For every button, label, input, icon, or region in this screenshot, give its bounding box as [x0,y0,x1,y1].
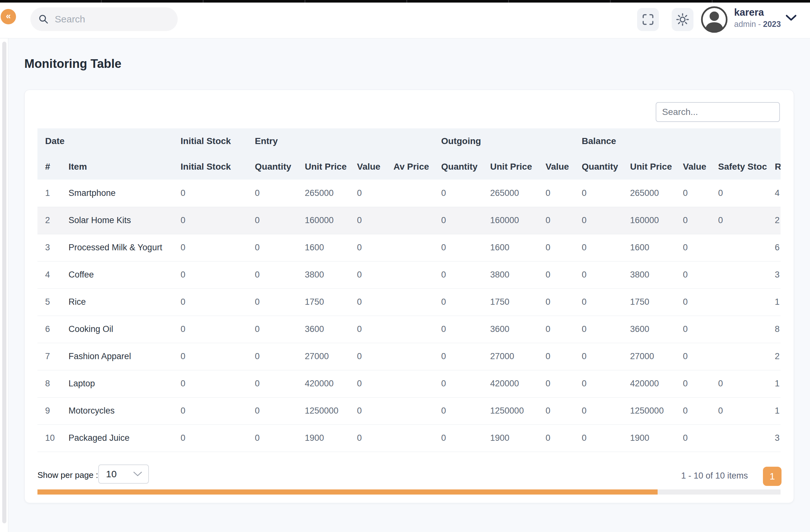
item-name-cell: Processed Milk & Yogurt [61,234,173,261]
item-name-cell: Laptop [61,370,173,397]
table-cell: 0 [574,397,622,424]
table-cell: 1900 [483,424,538,452]
fullscreen-button[interactable] [637,8,659,31]
table-cell: 265000 [622,180,675,207]
table-cell [710,343,767,370]
table-cell: 0 [173,234,247,261]
pagination-page-1-button[interactable]: 1 [763,467,781,486]
table-cell: 2 [37,207,61,234]
table-row[interactable]: 2Solar Home Kits001600000016000000160000… [37,207,780,234]
column-header: Av Price [386,154,434,180]
per-page-select[interactable]: 10 [98,465,149,484]
global-search-input[interactable] [55,14,170,25]
table-search-input[interactable] [656,102,780,122]
table-row[interactable]: 4Coffee00380000380000380003 [37,261,780,288]
table-cell: 0 [675,234,710,261]
table-cell: 1250000 [622,397,675,424]
table-cell: 0 [574,207,622,234]
table-cell: 8 [37,370,61,397]
horizontal-scrollbar-track[interactable] [37,489,780,495]
vertical-scrollbar[interactable] [2,42,6,523]
table-cell: 0 [434,288,483,316]
table-row[interactable]: 5Rice00175000175000175001 [37,288,780,316]
table-cell [386,180,434,207]
table-cell: 0 [247,234,297,261]
user-name: karera [734,7,781,18]
table-cell: 0 [349,343,386,370]
table-row[interactable]: 10Packaged Juice00190000190000190003 [37,424,780,452]
item-name-cell: Solar Home Kits [61,207,173,234]
table-cell: 0 [349,370,386,397]
item-name-cell: Rice [61,288,173,316]
column-header: Quantity [574,154,622,180]
column-header: Quantity [434,154,483,180]
table-cell: 0 [675,343,710,370]
column-header: Value [538,154,574,180]
table-cell: 0 [538,207,574,234]
page-title: Monitoring Table [24,57,122,71]
table-cell: 0 [173,343,247,370]
table-cell: 6 [767,234,780,261]
table-row[interactable]: 9Motorcycles0012500000012500000012500000… [37,397,780,424]
table-cell: 0 [173,180,247,207]
table-cell: 0 [434,424,483,452]
table-cell: 3600 [483,316,538,343]
column-header: R [767,154,780,180]
table-cell: 0 [574,370,622,397]
table-cell: 0 [574,424,622,452]
show-per-page-label: Show per page : [37,470,98,480]
table-cell: 0 [710,397,767,424]
group-header: Entry [247,128,434,154]
table-cell: 0 [247,343,297,370]
item-name-cell: Cooking Oil [61,316,173,343]
table-cell: 0 [247,370,297,397]
table-cell: 0 [675,261,710,288]
column-header: # [37,154,61,180]
table-cell: 4 [767,180,780,207]
table-cell: 7 [37,343,61,370]
table-row[interactable]: 3Processed Milk & Yogurt0016000016000016… [37,234,780,261]
items-count-label: 1 - 10 of 10 items [681,471,748,481]
avatar-person-icon [700,6,728,33]
collapsed-sidebar [0,38,8,532]
chevron-down-icon[interactable] [785,14,797,22]
user-avatar[interactable] [700,6,728,33]
table-cell: 0 [675,288,710,316]
search-icon [38,14,49,25]
item-name-cell: Smartphone [61,180,173,207]
table-row[interactable]: 8Laptop004200000042000000420000001 [37,370,780,397]
column-header: Unit Price [622,154,675,180]
horizontal-scrollbar-thumb[interactable] [37,489,658,495]
table-cell: 3800 [622,261,675,288]
table-cell: 0 [434,180,483,207]
table-cell [386,316,434,343]
table-row[interactable]: 6Cooking Oil00360000360000360008 [37,316,780,343]
table-cell: 0 [247,397,297,424]
user-menu[interactable]: karera admin - 2023 [734,7,781,29]
user-role: admin - 2023 [734,19,781,29]
group-header: Date [37,128,173,154]
column-header: Unit Price [483,154,538,180]
table-scroll-container: DateInitial StockEntryOutgoingBalance #I… [37,128,780,452]
table-cell: 0 [247,180,297,207]
column-header: Unit Price [297,154,349,180]
table-cell: 0 [349,261,386,288]
table-cell: 0 [675,370,710,397]
table-row[interactable]: 7Fashion Apparel00270000027000002700002 [37,343,780,370]
fullscreen-icon [642,13,654,26]
monitoring-table-card: DateInitial StockEntryOutgoingBalance #I… [24,90,794,503]
column-header: Quantity [247,154,297,180]
sidebar-collapse-button[interactable]: « [1,9,16,24]
item-name-cell: Fashion Apparel [61,343,173,370]
double-chevron-left-icon: « [6,12,11,20]
table-cell: 0 [538,370,574,397]
table-cell: 0 [538,288,574,316]
table-cell: 0 [247,261,297,288]
table-cell: 0 [574,180,622,207]
os-top-strip [0,0,810,3]
table-row[interactable]: 1Smartphone002650000026500000265000004 [37,180,780,207]
theme-toggle-button[interactable] [672,8,694,31]
table-cell: 3 [767,261,780,288]
table-cell: 27000 [483,343,538,370]
table-cell: 0 [434,370,483,397]
